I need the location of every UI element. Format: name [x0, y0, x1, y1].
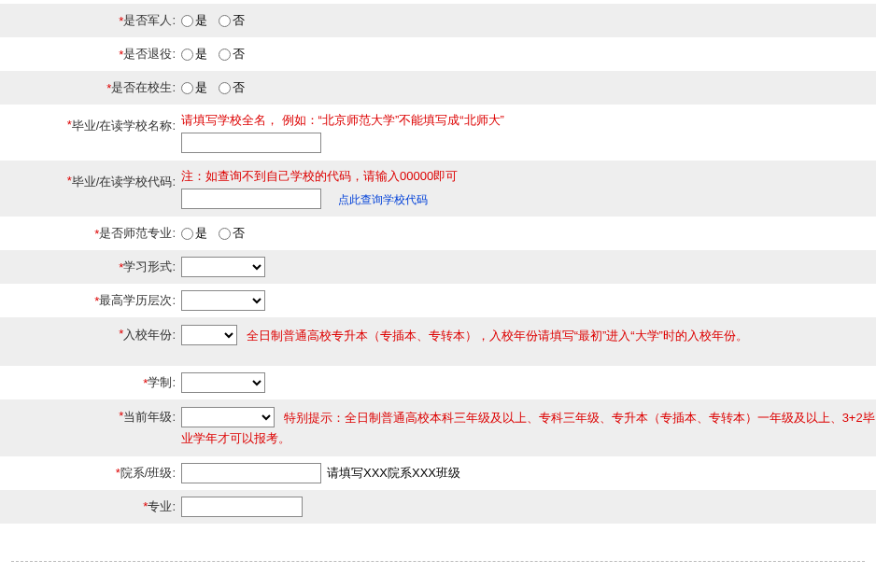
row-schooling-length: *学制:	[0, 366, 876, 399]
label-school-code: *毕业/在读学校代码:	[0, 168, 179, 190]
value-is-retired: 是 否	[179, 46, 876, 63]
hint-school-code: 注：如查询不到自己学校的代码，请输入00000即可	[181, 168, 458, 185]
radio-normal-major-yes[interactable]: 是	[181, 225, 207, 242]
input-school-code[interactable]	[181, 189, 321, 209]
value-is-soldier: 是 否	[179, 12, 876, 29]
input-school-name[interactable]	[181, 133, 321, 153]
label-study-form: *学习形式:	[0, 259, 179, 275]
value-schooling-length	[179, 372, 876, 393]
value-major	[179, 497, 876, 517]
label-enroll-year: *入校年份:	[0, 325, 179, 343]
label-major: *专业:	[0, 498, 179, 515]
radio-normal-major-no[interactable]: 否	[219, 225, 245, 242]
label-is-normal-major: *是否师范专业:	[0, 225, 179, 242]
row-school-code: *毕业/在读学校代码: 注：如查询不到自己学校的代码，请输入00000即可 点此…	[0, 161, 876, 217]
label-school-name: *毕业/在读学校名称:	[0, 112, 179, 134]
radio-student-yes[interactable]: 是	[181, 79, 207, 96]
row-is-student: *是否在校生: 是 否	[0, 71, 876, 105]
label-current-grade: *当前年级:	[0, 407, 179, 426]
label-is-student: *是否在校生:	[0, 79, 179, 96]
select-schooling-length[interactable]	[181, 372, 265, 393]
button-row: 保存 ☟ 取消 ☟	[0, 571, 876, 588]
spacer	[0, 524, 876, 552]
row-highest-edu: *最高学历层次:	[0, 284, 876, 317]
hint-dept-class: 请填写XXX院系XXX班级	[327, 465, 460, 482]
radio-soldier-yes[interactable]: 是	[181, 12, 207, 29]
row-is-soldier: *是否军人: 是 否	[0, 4, 876, 37]
hint-enroll-year: 全日制普通高校专升本（专插本、专转本），入校年份请填写“最初”进入“大学”时的入…	[247, 329, 748, 343]
form-container: *是否军人: 是 否 *是否退役: 是 否 *是否在校生: 是 否 *毕业/在读…	[0, 0, 876, 588]
label-highest-edu: *最高学历层次:	[0, 292, 179, 309]
section-divider	[11, 561, 865, 562]
radio-soldier-no[interactable]: 否	[219, 12, 245, 29]
label-schooling-length: *学制:	[0, 374, 179, 391]
row-dept-class: *院系/班级: 请填写XXX院系XXX班级	[0, 456, 876, 490]
label-is-soldier: *是否军人:	[0, 12, 179, 29]
row-is-retired: *是否退役: 是 否	[0, 37, 876, 71]
select-study-form[interactable]	[181, 257, 265, 277]
select-highest-edu[interactable]	[181, 290, 265, 311]
value-school-name: 请填写学校全名， 例如：“北京师范大学”不能填写成“北师大”	[179, 112, 876, 153]
select-current-grade[interactable]	[181, 407, 275, 427]
radio-retired-yes[interactable]: 是	[181, 46, 207, 63]
value-enroll-year: 全日制普通高校专升本（专插本、专转本），入校年份请填写“最初”进入“大学”时的入…	[179, 325, 876, 346]
hint-current-grade: 特别提示：全日制普通高校本科三年级及以上、专科三年级、专升本（专插本、专转本）一…	[181, 411, 875, 445]
value-study-form	[179, 257, 876, 277]
select-enroll-year[interactable]	[181, 325, 237, 345]
radio-student-no[interactable]: 否	[219, 79, 245, 96]
value-is-normal-major: 是 否	[179, 225, 876, 242]
row-enroll-year: *入校年份: 全日制普通高校专升本（专插本、专转本），入校年份请填写“最初”进入…	[0, 317, 876, 366]
link-lookup-school-code[interactable]: 点此查询学校代码	[338, 193, 428, 206]
row-current-grade: *当前年级: 特别提示：全日制普通高校本科三年级及以上、专科三年级、专升本（专插…	[0, 399, 876, 456]
value-dept-class: 请填写XXX院系XXX班级	[179, 463, 876, 483]
hint-school-name: 请填写学校全名， 例如：“北京师范大学”不能填写成“北师大”	[181, 112, 504, 129]
label-dept-class: *院系/班级:	[0, 465, 179, 482]
row-is-normal-major: *是否师范专业: 是 否	[0, 217, 876, 250]
row-major: *专业:	[0, 490, 876, 524]
radio-retired-no[interactable]: 否	[219, 46, 245, 63]
value-school-code: 注：如查询不到自己学校的代码，请输入00000即可 点此查询学校代码	[179, 168, 876, 209]
row-study-form: *学习形式:	[0, 250, 876, 284]
label-is-retired: *是否退役:	[0, 46, 179, 63]
input-major[interactable]	[181, 497, 303, 517]
value-is-student: 是 否	[179, 79, 876, 96]
row-school-name: *毕业/在读学校名称: 请填写学校全名， 例如：“北京师范大学”不能填写成“北师…	[0, 105, 876, 161]
value-current-grade: 特别提示：全日制普通高校本科三年级及以上、专科三年级、专升本（专插本、专转本）一…	[179, 407, 876, 449]
value-highest-edu	[179, 290, 876, 311]
input-dept-class[interactable]	[181, 463, 321, 483]
